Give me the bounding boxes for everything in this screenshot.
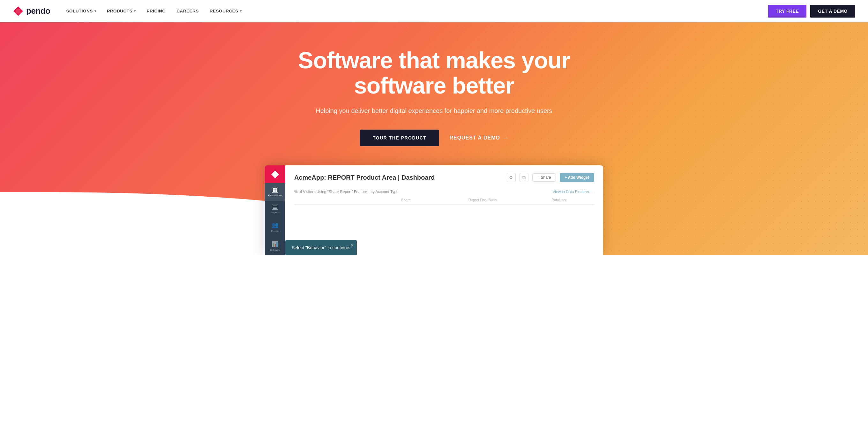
- reports-icon: [272, 205, 278, 210]
- sidebar-logo: [265, 165, 285, 183]
- dashboard-sidebar: Dashboards Reports 👥 People: [265, 165, 285, 255]
- dashboard-header: AcmeApp: REPORT Product Area | Dashboard…: [294, 173, 594, 182]
- sidebar-item-reports[interactable]: Reports: [265, 201, 285, 218]
- share-icon: ↑: [537, 175, 539, 180]
- nav-links: SOLUTIONS ▾ PRODUCTS ▾ PRICING CAREERS R…: [62, 7, 246, 15]
- sidebar-item-dashboards[interactable]: Dashboards: [265, 183, 285, 201]
- try-free-button[interactable]: TRY FREE: [768, 5, 806, 18]
- solutions-chevron-icon: ▾: [94, 9, 96, 13]
- nav-left: pendo SOLUTIONS ▾ PRODUCTS ▾ PRICING CAR…: [13, 6, 246, 17]
- copy-icon[interactable]: ⧉: [520, 173, 528, 182]
- resources-chevron-icon: ▾: [240, 9, 242, 13]
- dashboard-card: Dashboards Reports 👥 People: [265, 165, 603, 255]
- view-data-explorer-link[interactable]: View in Data Explorer →: [553, 190, 594, 194]
- people-icon: 👥: [272, 221, 279, 228]
- tooltip-overlay: × Select "Behavior" to continue.: [285, 240, 357, 255]
- nav-products[interactable]: PRODUCTS ▾: [102, 7, 140, 15]
- get-demo-button[interactable]: GET A DEMO: [810, 5, 855, 18]
- dashboards-icon: [272, 187, 278, 193]
- request-demo-arrow-icon: →: [503, 135, 508, 141]
- sidebar-item-people[interactable]: 👥 People: [265, 218, 285, 237]
- nav-resources[interactable]: RESOURCES ▾: [205, 7, 246, 15]
- nav-right: TRY FREE GET A DEMO: [768, 5, 855, 18]
- tour-product-button[interactable]: TOUR THE PRODUCT: [360, 130, 439, 146]
- below-hero-section: [0, 255, 868, 281]
- sidebar-logo-icon: [271, 171, 279, 178]
- tooltip-box: × Select "Behavior" to continue.: [285, 240, 357, 255]
- hero-headline: Software that makes your software better: [290, 48, 578, 98]
- dashboard-title: AcmeApp: REPORT Product Area | Dashboard: [294, 174, 435, 181]
- svg-marker-2: [16, 9, 21, 13]
- logo-icon: [13, 6, 24, 17]
- chart-table-header: Share Report Final Butto Potaluser: [294, 198, 594, 205]
- hero-content: Software that makes your software better…: [13, 48, 855, 255]
- request-demo-button[interactable]: REQUEST A DEMO →: [449, 135, 508, 141]
- hero-subheadline: Helping you deliver better digital exper…: [313, 106, 555, 116]
- products-chevron-icon: ▾: [134, 9, 136, 13]
- share-button[interactable]: ↑ Share: [532, 173, 556, 182]
- nav-pricing[interactable]: PRICING: [142, 7, 170, 15]
- dashboard-actions: ⚙ ⧉ ↑ Share + Add Widget: [507, 173, 594, 182]
- navbar: pendo SOLUTIONS ▾ PRODUCTS ▾ PRICING CAR…: [0, 0, 868, 22]
- behavior-icon: 📊: [272, 240, 279, 247]
- nav-careers[interactable]: CAREERS: [172, 7, 203, 15]
- add-widget-button[interactable]: + Add Widget: [560, 173, 594, 182]
- chart-section-header: % of Visitors Using "Share Report" Featu…: [294, 190, 594, 194]
- hero-cta-group: TOUR THE PRODUCT REQUEST A DEMO →: [13, 130, 855, 146]
- hero-section: Software that makes your software better…: [0, 22, 868, 255]
- tooltip-close-icon[interactable]: ×: [351, 243, 353, 248]
- logo-link[interactable]: pendo: [13, 6, 51, 17]
- settings-icon[interactable]: ⚙: [507, 173, 516, 182]
- sidebar-item-behavior[interactable]: 📊 Behavior: [265, 237, 285, 255]
- logo-text: pendo: [26, 6, 51, 16]
- dashboard-preview: Dashboards Reports 👥 People: [265, 165, 603, 255]
- nav-solutions[interactable]: SOLUTIONS ▾: [62, 7, 101, 15]
